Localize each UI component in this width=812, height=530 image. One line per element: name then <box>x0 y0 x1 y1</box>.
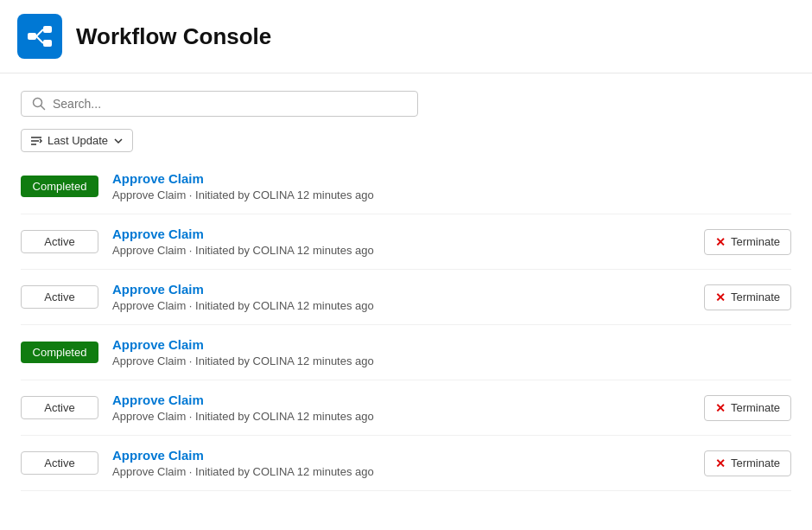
terminate-button[interactable]: ✕ Terminate <box>704 450 791 476</box>
workflow-info: Approve Claim Approve Claim · Initiated … <box>112 448 690 478</box>
svg-rect-0 <box>28 33 36 40</box>
workflow-title[interactable]: Approve Claim <box>112 393 204 407</box>
chevron-down-icon <box>113 136 124 146</box>
search-bar[interactable] <box>21 91 418 117</box>
status-badge: Active <box>21 230 98 253</box>
terminate-x-icon: ✕ <box>715 291 726 304</box>
workflow-title[interactable]: Approve Claim <box>112 448 204 463</box>
terminate-label: Terminate <box>731 291 780 303</box>
workflow-info: Approve Claim Approve Claim · Initiated … <box>112 171 791 201</box>
status-badge: Completed <box>21 342 98 363</box>
workflow-item: Active Approve Claim Approve Claim · Ini… <box>21 214 791 270</box>
terminate-button[interactable]: ✕ Terminate <box>704 229 791 255</box>
workflow-info: Approve Claim Approve Claim · Initiated … <box>112 227 690 257</box>
app-header: Workflow Console <box>0 0 812 73</box>
workflow-item: Active Approve Claim Approve Claim · Ini… <box>21 380 791 436</box>
terminate-button[interactable]: ✕ Terminate <box>704 395 791 421</box>
sort-icon <box>30 135 42 147</box>
svg-line-6 <box>41 106 45 110</box>
svg-line-3 <box>36 29 43 36</box>
terminate-label: Terminate <box>731 235 780 248</box>
page-title: Workflow Console <box>76 23 271 50</box>
terminate-x-icon: ✕ <box>715 457 726 470</box>
workflow-icon <box>26 22 54 50</box>
workflow-item: Completed Approve Claim Approve Claim · … <box>21 159 791 214</box>
workflow-item: Active Approve Claim Approve Claim · Ini… <box>21 436 791 491</box>
terminate-x-icon: ✕ <box>715 401 726 415</box>
svg-line-4 <box>36 36 43 43</box>
workflow-info: Approve Claim Approve Claim · Initiated … <box>112 337 791 367</box>
workflow-list: Completed Approve Claim Approve Claim · … <box>21 159 791 491</box>
main-content: Last Update Completed Approve Claim Appr… <box>0 73 812 508</box>
app-icon <box>17 14 62 59</box>
terminate-label: Terminate <box>731 401 780 414</box>
workflow-title[interactable]: Approve Claim <box>112 227 204 241</box>
status-badge: Active <box>21 451 98 475</box>
status-badge: Active <box>21 285 98 309</box>
workflow-subtitle: Approve Claim · Initiated by COLINA 12 m… <box>112 410 690 423</box>
workflow-title[interactable]: Approve Claim <box>112 171 204 186</box>
workflow-subtitle: Approve Claim · Initiated by COLINA 12 m… <box>112 188 791 201</box>
svg-rect-1 <box>43 26 52 33</box>
workflow-subtitle: Approve Claim · Initiated by COLINA 12 m… <box>112 244 690 257</box>
search-icon <box>32 97 46 111</box>
search-input[interactable] <box>53 97 407 111</box>
workflow-title[interactable]: Approve Claim <box>112 282 204 297</box>
workflow-subtitle: Approve Claim · Initiated by COLINA 12 m… <box>112 465 690 478</box>
sort-button[interactable]: Last Update <box>21 129 133 152</box>
sort-label: Last Update <box>48 134 108 147</box>
terminate-x-icon: ✕ <box>715 235 726 249</box>
status-badge: Active <box>21 396 98 419</box>
workflow-subtitle: Approve Claim · Initiated by COLINA 12 m… <box>112 354 791 367</box>
workflow-info: Approve Claim Approve Claim · Initiated … <box>112 282 690 312</box>
terminate-label: Terminate <box>731 457 780 469</box>
status-badge: Completed <box>21 176 98 197</box>
workflow-item: Active Approve Claim Approve Claim · Ini… <box>21 270 791 325</box>
workflow-subtitle: Approve Claim · Initiated by COLINA 12 m… <box>112 299 690 312</box>
svg-rect-2 <box>43 40 52 47</box>
sort-bar: Last Update <box>21 129 791 152</box>
workflow-info: Approve Claim Approve Claim · Initiated … <box>112 393 690 423</box>
workflow-title[interactable]: Approve Claim <box>112 337 204 352</box>
workflow-item: Completed Approve Claim Approve Claim · … <box>21 325 791 380</box>
terminate-button[interactable]: ✕ Terminate <box>704 284 791 310</box>
